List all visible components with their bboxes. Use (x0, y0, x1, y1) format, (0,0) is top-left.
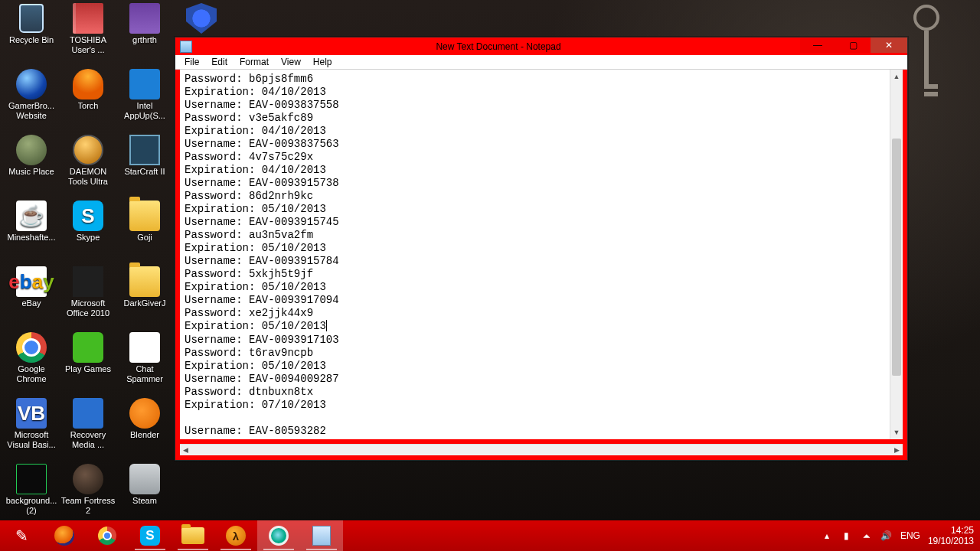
desktop-icon-skype[interactable]: SSkype (60, 199, 116, 265)
desktop-icon-label: Torch (78, 101, 99, 111)
text-line: Password: au3n5va2fm (185, 229, 885, 242)
text-line: Password: 4v7s75c29x (185, 151, 885, 164)
volume-icon[interactable]: 🔊 (880, 530, 893, 542)
desktop-icon-toshiba-user-s-[interactable]: TOSHIBA User's ... (60, 2, 116, 67)
text-line: Username: EAV-0093837563 (185, 138, 885, 151)
daemon-icon (73, 135, 103, 165)
steam-icon (129, 464, 160, 494)
notepad-window[interactable]: New Text Document - Notepad — ▢ ✕ FileEd… (175, 37, 908, 461)
sc-icon (129, 135, 160, 165)
network-icon[interactable]: ▮ (841, 530, 853, 542)
winrar-icon (129, 3, 160, 34)
menu-help[interactable]: Help (309, 55, 337, 69)
text-line: Username: EAV-0094009287 (185, 373, 885, 386)
scroll-thumb[interactable] (892, 139, 901, 376)
maximize-button[interactable]: ▢ (835, 37, 871, 53)
text-line: Password: t6rav9ncpb (185, 347, 885, 360)
desktop-icon-label: Intel AppUp(S... (117, 101, 172, 121)
bin-icon (16, 3, 47, 34)
desktop-icon-torch[interactable]: Torch (60, 67, 116, 133)
language-indicator[interactable]: ENG (900, 530, 920, 541)
recov-icon (73, 398, 103, 429)
taskbar-chrome[interactable] (86, 520, 129, 551)
firefox-icon (54, 526, 74, 546)
ebay-icon: ebay (16, 266, 47, 297)
text-line: Expiration: 05/10/2013 (185, 281, 885, 294)
desktop-icon-recovery-media-[interactable]: Recovery Media ... (60, 396, 116, 462)
desktop-icon-daemon-tools-ultra[interactable]: DAEMON Tools Ultra (60, 133, 116, 199)
taskbar-half-life[interactable]: λ (214, 520, 257, 551)
taskbar-clock[interactable]: 14:25 19/10/2013 (928, 525, 974, 546)
text-line: Username: EAV-0093915738 (185, 177, 885, 190)
desktop-icon-label: Microsoft Visual Basi... (4, 430, 59, 450)
desktop-icon-blender[interactable]: Blender (116, 396, 173, 462)
text-line: Expiration: 05/10/2013 (185, 203, 885, 216)
desktop-icon-recycle-bin[interactable]: Recycle Bin (3, 2, 60, 67)
menu-view[interactable]: View (276, 55, 305, 69)
desktop-icon-grthrth[interactable]: grthrth (116, 2, 173, 67)
desktop-icon-ebay[interactable]: ebayeBay (3, 265, 60, 331)
desktop-icon-background-2-[interactable]: background... (2) (3, 462, 60, 528)
office-icon (73, 266, 103, 297)
horizontal-scrollbar[interactable]: ◀ ▶ (180, 444, 903, 455)
taskbar-firefox[interactable] (43, 520, 86, 551)
close-button[interactable]: ✕ (871, 37, 907, 53)
text-line: Username: EAV-80593282 (185, 425, 885, 438)
desktop-icon-mineshafte-[interactable]: ☕Mineshafte... (3, 199, 60, 265)
scroll-right-icon[interactable]: ▶ (894, 446, 900, 454)
taskbar-skype[interactable]: S (129, 520, 172, 551)
desktop-icon-play-games[interactable]: Play Games (60, 331, 116, 396)
menu-edit[interactable]: Edit (207, 55, 232, 69)
java-icon: ☕ (16, 201, 47, 231)
menu-bar[interactable]: FileEditFormatViewHelp (175, 55, 907, 70)
wifi-icon[interactable]: ⏶ (861, 530, 873, 542)
desktop-icon-chat-spammer[interactable]: Chat Spammer (116, 331, 173, 396)
desktop-icon-microsoft-office-2010[interactable]: Microsoft Office 2010 (60, 265, 116, 331)
app-icon (180, 41, 192, 53)
taskbar[interactable]: ✎Sλ ▴ ▮ ⏶ 🔊 ENG 14:25 19/10/2013 (0, 520, 980, 551)
text-area[interactable]: Password: b6pjs8fmm6Expiration: 04/10/20… (180, 70, 890, 439)
scroll-up-icon[interactable]: ▲ (890, 70, 903, 83)
desktop-icon-darkgiverj[interactable]: DarkGiverJ (116, 265, 173, 331)
desktop-icon-label: GamerBro... Website (4, 101, 59, 121)
desktop-icon-label: Google Chrome (4, 364, 59, 384)
taskbar-start[interactable]: ✎ (0, 520, 43, 551)
taskbar-camera[interactable] (257, 520, 300, 551)
desktop[interactable]: Recycle BinTOSHIBA User's ...grthrth99Ga… (0, 0, 980, 551)
text-line: Username: EAV-0093915784 (185, 255, 885, 268)
text-line: Password: b6pjs8fmm6 (185, 73, 885, 86)
desktop-icon-label: TOSHIBA User's ... (60, 35, 116, 55)
blender-icon (129, 398, 160, 429)
taskbar-explorer[interactable] (172, 520, 214, 551)
menu-format[interactable]: Format (235, 55, 273, 69)
desktop-icon-gamerbro-website[interactable]: GamerBro... Website (3, 67, 60, 133)
text-line (185, 412, 885, 425)
folder-icon (129, 201, 160, 231)
scroll-down-icon[interactable]: ▼ (890, 426, 903, 439)
desktop-icon-music-place[interactable]: Music Place (3, 133, 60, 199)
system-tray[interactable]: ▴ ▮ ⏶ 🔊 ENG 14:25 19/10/2013 (815, 520, 980, 551)
vertical-scrollbar[interactable]: ▲ ▼ (890, 70, 903, 439)
window-title: New Text Document - Notepad (197, 41, 800, 52)
desktop-icon-google-chrome[interactable]: Google Chrome (3, 331, 60, 396)
desktop-icon-label: Goji (137, 233, 152, 243)
chat-icon (129, 332, 160, 363)
text-line: Username: EAV-0093917094 (185, 294, 885, 307)
scroll-left-icon[interactable]: ◀ (183, 446, 188, 454)
desktop-icon-starcraft-ii[interactable]: StarCraft II (116, 133, 173, 199)
taskbar-notepad[interactable] (300, 520, 343, 551)
skype-icon: S (73, 201, 103, 231)
menu-file[interactable]: File (180, 55, 204, 69)
desktop-icon-team-fortress-2[interactable]: Team Fortress 2 (60, 462, 116, 528)
titlebar[interactable]: New Text Document - Notepad — ▢ ✕ (175, 37, 907, 55)
desktop-icon-label: DarkGiverJ (123, 298, 165, 308)
text-line: Expiration: 04/10/2013 (185, 164, 885, 177)
desktop-icon-microsoft-visual-basi-[interactable]: VBMicrosoft Visual Basi... (3, 396, 60, 462)
tray-up-icon[interactable]: ▴ (821, 530, 833, 542)
desktop-icon-label: Blender (130, 430, 159, 440)
desktop-icon-goji[interactable]: Goji (116, 199, 173, 265)
text-line: Password: 5xkjh5t9jf (185, 268, 885, 281)
desktop-icon-intel-appup-s-[interactable]: Intel AppUp(S... (116, 67, 173, 133)
minimize-button[interactable]: — (800, 37, 835, 53)
desktop-icon-steam[interactable]: Steam (116, 462, 173, 528)
